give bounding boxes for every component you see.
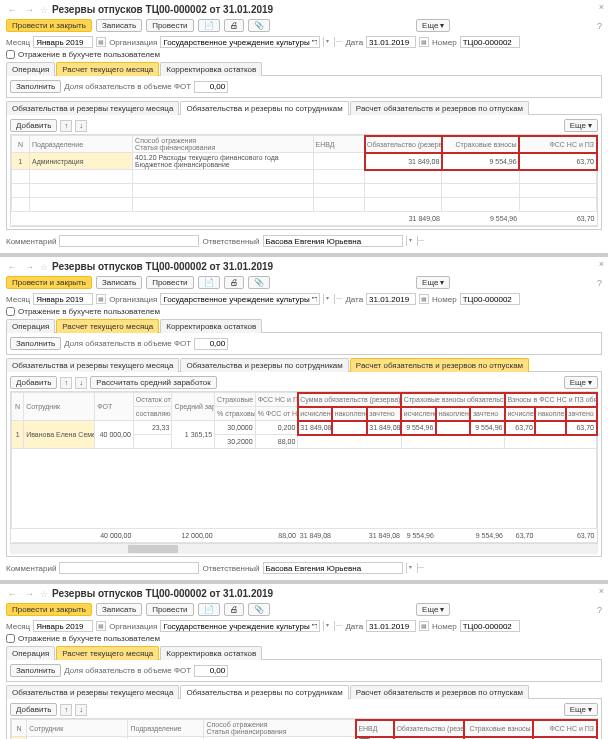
org-open[interactable]: ⋯ xyxy=(334,37,342,47)
add-button[interactable]: Добавить xyxy=(10,703,57,716)
close-icon[interactable]: × xyxy=(599,259,604,269)
tab-calc[interactable]: Расчет текущего месяца xyxy=(56,646,159,660)
post-button[interactable]: Провести xyxy=(146,603,193,616)
subtab-1[interactable]: Обязательства и резервы текущего месяца xyxy=(6,101,179,115)
fot-input[interactable] xyxy=(194,81,228,93)
down-arrow[interactable]: ↓ xyxy=(75,704,87,716)
post-close-button[interactable]: Провести и закрыть xyxy=(6,19,92,32)
subtab-3[interactable]: Расчет обязательств и резервов по отпуск… xyxy=(350,358,529,372)
add-button[interactable]: Добавить xyxy=(10,376,57,389)
grid-more[interactable]: Еще ▾ xyxy=(564,376,598,389)
grid-more[interactable]: Еще ▾ xyxy=(564,703,598,716)
close-icon[interactable]: × xyxy=(599,2,604,12)
table-row[interactable]: 1 Иванова Елена Семеновна 40 000,00 23,3… xyxy=(12,421,597,435)
add-button[interactable]: Добавить xyxy=(10,119,57,132)
num-input[interactable] xyxy=(460,620,520,632)
help-icon[interactable]: ? xyxy=(597,605,602,615)
tab-operation[interactable]: Операция xyxy=(6,319,55,333)
subtab-2[interactable]: Обязательства и резервы по сотрудникам xyxy=(180,685,348,699)
fwd-arrow[interactable]: → xyxy=(23,262,36,272)
print-button[interactable]: 🖨 xyxy=(224,19,244,32)
table-row[interactable]: 1 Администрация 401.20 Расходы текущего … xyxy=(12,153,597,170)
up-arrow[interactable]: ↑ xyxy=(60,377,72,389)
down-arrow[interactable]: ↓ xyxy=(75,377,87,389)
back-arrow[interactable]: ← xyxy=(6,589,19,599)
report-button[interactable]: 📄 xyxy=(198,603,220,616)
post-close-button[interactable]: Провести и закрыть xyxy=(6,276,92,289)
org-input[interactable] xyxy=(160,36,320,48)
save-button[interactable]: Записать xyxy=(96,19,142,32)
month-picker-icon[interactable]: ▦ xyxy=(96,37,106,47)
report-button[interactable]: 📄 xyxy=(198,276,220,289)
print-button[interactable]: 🖨 xyxy=(224,603,244,616)
comment-input[interactable] xyxy=(59,235,199,247)
fwd-arrow[interactable]: → xyxy=(23,5,36,15)
cal-icon[interactable]: ▦ xyxy=(96,294,106,304)
attach-button[interactable]: 📎 xyxy=(248,603,270,616)
subtab-1[interactable]: Обязательства и резервы текущего месяца xyxy=(6,358,179,372)
resp-input[interactable] xyxy=(263,562,403,574)
fot-input[interactable] xyxy=(194,338,228,350)
fav-icon[interactable]: ☆ xyxy=(40,262,48,272)
org-input[interactable] xyxy=(160,293,320,305)
comment-input[interactable] xyxy=(59,562,199,574)
tab-calc[interactable]: Расчет текущего месяца xyxy=(56,62,159,76)
help-icon[interactable]: ? xyxy=(597,278,602,288)
more-button[interactable]: Еще ▾ xyxy=(416,603,450,616)
subtab-3[interactable]: Расчет обязательств и резервов по отпуск… xyxy=(350,101,529,115)
up-arrow[interactable]: ↑ xyxy=(60,704,72,716)
resp-open[interactable]: ⋯ xyxy=(417,236,425,246)
tab-corr[interactable]: Корректировка остатков xyxy=(160,646,262,660)
fot-input[interactable] xyxy=(194,665,228,677)
month-input[interactable] xyxy=(33,293,93,305)
acc-checkbox[interactable] xyxy=(6,634,15,643)
up-arrow[interactable]: ↑ xyxy=(60,120,72,132)
fill-button[interactable]: Заполнить xyxy=(10,80,61,93)
subtab-2[interactable]: Обязательства и резервы по сотрудникам xyxy=(180,358,348,372)
org-dd[interactable]: ▾ xyxy=(323,37,331,47)
tab-corr[interactable]: Корректировка остатков xyxy=(160,319,262,333)
report-button[interactable]: 📄 xyxy=(198,19,220,32)
post-button[interactable]: Провести xyxy=(146,276,193,289)
subtab-1[interactable]: Обязательства и резервы текущего месяца xyxy=(6,685,179,699)
acc-checkbox[interactable] xyxy=(6,50,15,59)
fill-button[interactable]: Заполнить xyxy=(10,664,61,677)
save-button[interactable]: Записать xyxy=(96,603,142,616)
date-input[interactable] xyxy=(366,620,416,632)
date-input[interactable] xyxy=(366,293,416,305)
recalc-avg-button[interactable]: Рассчитать средний заработок xyxy=(90,376,216,389)
more-button[interactable]: Еще ▾ xyxy=(416,19,450,32)
tab-operation[interactable]: Операция xyxy=(6,646,55,660)
fav-icon[interactable]: ☆ xyxy=(40,589,48,599)
tab-calc[interactable]: Расчет текущего месяца xyxy=(56,319,159,333)
month-input[interactable] xyxy=(33,620,93,632)
fwd-arrow[interactable]: → xyxy=(23,589,36,599)
resp-dd[interactable]: ▾ xyxy=(406,236,414,246)
num-input[interactable] xyxy=(460,293,520,305)
subtab-3[interactable]: Расчет обязательств и резервов по отпуск… xyxy=(350,685,529,699)
num-input[interactable] xyxy=(460,36,520,48)
attach-button[interactable]: 📎 xyxy=(248,276,270,289)
tab-operation[interactable]: Операция xyxy=(6,62,55,76)
h-scrollbar[interactable] xyxy=(10,544,598,554)
org-input[interactable] xyxy=(160,620,320,632)
fav-icon[interactable]: ☆ xyxy=(40,5,48,15)
attach-button[interactable]: 📎 xyxy=(248,19,270,32)
back-arrow[interactable]: ← xyxy=(6,262,19,272)
back-arrow[interactable]: ← xyxy=(6,5,19,15)
fill-button[interactable]: Заполнить xyxy=(10,337,61,350)
tab-corr[interactable]: Корректировка остатков xyxy=(160,62,262,76)
subtab-2[interactable]: Обязательства и резервы по сотрудникам xyxy=(180,101,348,115)
date-input[interactable] xyxy=(366,36,416,48)
date-picker-icon[interactable]: ▦ xyxy=(419,37,429,47)
more-button[interactable]: Еще ▾ xyxy=(416,276,450,289)
post-close-button[interactable]: Провести и закрыть xyxy=(6,603,92,616)
print-button[interactable]: 🖨 xyxy=(224,276,244,289)
post-button[interactable]: Провести xyxy=(146,19,193,32)
grid-more[interactable]: Еще ▾ xyxy=(564,119,598,132)
close-icon[interactable]: × xyxy=(599,586,604,596)
resp-input[interactable] xyxy=(263,235,403,247)
down-arrow[interactable]: ↓ xyxy=(75,120,87,132)
help-icon[interactable]: ? xyxy=(597,21,602,31)
month-input[interactable] xyxy=(33,36,93,48)
